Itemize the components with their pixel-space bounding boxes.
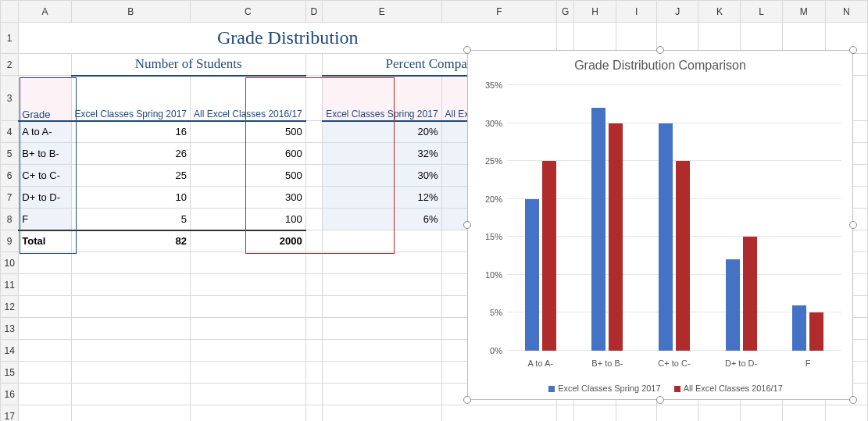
cell-grade[interactable]: F xyxy=(19,209,71,230)
col-header[interactable]: B xyxy=(71,1,190,23)
chart-legend: Excel Classes Spring 2017 All Excel Clas… xyxy=(468,384,852,393)
chart-x-labels: A to A-B+ to B-C+ to C-D+ to D-F xyxy=(507,359,841,368)
col-header[interactable]: N xyxy=(825,1,867,23)
col-header[interactable]: G xyxy=(557,1,574,23)
cell-total-spring[interactable]: 82 xyxy=(71,230,190,252)
chart-x-tick: F xyxy=(774,359,841,368)
row-header[interactable]: 12 xyxy=(1,296,19,318)
header-grade[interactable]: Grade xyxy=(19,76,71,121)
chart-y-tick: 0% xyxy=(490,346,507,355)
legend-label: All Excel Classes 2016/17 xyxy=(684,384,783,393)
chart-resize-handle[interactable] xyxy=(463,396,471,404)
chart-bar xyxy=(659,123,673,351)
row-header[interactable]: 4 xyxy=(1,121,19,143)
chart-bar xyxy=(609,123,623,351)
cell-count-all[interactable]: 300 xyxy=(191,187,306,209)
row-header[interactable]: 15 xyxy=(1,362,19,384)
cell-count-spring[interactable]: 5 xyxy=(71,209,190,230)
title-cell[interactable]: Grade Distribution xyxy=(19,23,557,54)
chart-resize-handle[interactable] xyxy=(849,46,857,54)
legend-label: Excel Classes Spring 2017 xyxy=(558,384,660,393)
cell-count-spring[interactable]: 26 xyxy=(71,143,190,165)
cell-pct-spring[interactable]: 30% xyxy=(323,165,441,187)
cell-grade[interactable]: C+ to C- xyxy=(19,165,71,187)
cell-count-all[interactable]: 100 xyxy=(191,209,306,230)
row-header[interactable]: 8 xyxy=(1,209,19,230)
cell-total-all[interactable]: 2000 xyxy=(191,230,306,252)
chart-bar xyxy=(525,199,539,351)
cell-count-spring[interactable]: 16 xyxy=(71,121,190,143)
col-header[interactable]: J xyxy=(657,1,698,23)
legend-swatch-icon xyxy=(674,386,680,392)
cell-grade[interactable]: D+ to D- xyxy=(19,187,71,209)
chart-resize-handle[interactable] xyxy=(656,396,664,404)
cell-count-spring[interactable]: 25 xyxy=(71,165,190,187)
cell-grade[interactable]: B+ to B- xyxy=(19,143,71,165)
embedded-chart[interactable]: Grade Distribution Comparison 0%5%10%15%… xyxy=(467,50,853,400)
chart-bar xyxy=(743,237,757,351)
chart-title: Grade Distribution Comparison xyxy=(468,51,852,77)
chart-resize-handle[interactable] xyxy=(849,396,857,404)
cell-pct-spring[interactable]: 20% xyxy=(323,121,441,143)
row-header[interactable]: 9 xyxy=(1,230,19,252)
row-header[interactable]: 7 xyxy=(1,187,19,209)
select-all-corner[interactable] xyxy=(1,1,19,23)
cell-pct-spring[interactable]: 12% xyxy=(323,187,441,209)
row-header[interactable]: 16 xyxy=(1,384,19,405)
chart-resize-handle[interactable] xyxy=(656,46,664,54)
col-header[interactable]: H xyxy=(573,1,616,23)
chart-y-tick: 35% xyxy=(485,80,507,90)
section-header-students[interactable]: Number of Students xyxy=(71,54,305,76)
chart-plot-area: 0%5%10%15%20%25%30%35% xyxy=(507,85,841,351)
cell-count-all[interactable]: 500 xyxy=(191,121,306,143)
chart-x-tick: B+ to B- xyxy=(574,359,641,368)
cell-count-spring[interactable]: 10 xyxy=(71,187,190,209)
row-header[interactable]: 5 xyxy=(1,143,19,165)
chart-bar xyxy=(726,259,740,351)
chart-y-tick: 20% xyxy=(485,194,507,204)
col-header[interactable]: C xyxy=(191,1,306,23)
cell-grade[interactable]: A to A- xyxy=(19,121,71,143)
col-header[interactable]: L xyxy=(741,1,782,23)
row-header[interactable]: 2 xyxy=(1,54,19,76)
chart-bar xyxy=(591,108,605,351)
row-header[interactable]: 3 xyxy=(1,76,19,121)
chart-bar xyxy=(542,161,556,351)
row-header[interactable]: 11 xyxy=(1,274,19,296)
header-spring-count[interactable]: Excel Classes Spring 2017 xyxy=(71,76,190,121)
chart-y-tick: 10% xyxy=(485,270,507,280)
legend-swatch-icon xyxy=(548,386,555,392)
row-header[interactable]: 1 xyxy=(1,23,19,54)
cell-pct-spring[interactable]: 32% xyxy=(323,143,441,165)
row-header[interactable]: 10 xyxy=(1,252,19,274)
col-header[interactable]: A xyxy=(19,1,71,23)
col-header[interactable]: I xyxy=(616,1,657,23)
col-header[interactable]: E xyxy=(323,1,441,23)
col-header[interactable]: M xyxy=(782,1,825,23)
chart-y-tick: 25% xyxy=(485,156,507,166)
header-spring-pct[interactable]: Excel Classes Spring 2017 xyxy=(323,76,441,121)
chart-resize-handle[interactable] xyxy=(849,221,857,229)
chart-x-tick: C+ to C- xyxy=(641,359,708,368)
cell-total-label[interactable]: Total xyxy=(19,230,71,252)
chart-x-tick: D+ to D- xyxy=(708,359,775,368)
row-header[interactable]: 17 xyxy=(1,405,19,422)
chart-y-tick: 30% xyxy=(485,119,507,128)
col-header[interactable]: F xyxy=(441,1,557,23)
chart-y-tick: 5% xyxy=(490,308,507,317)
header-all-count[interactable]: All Excel Classes 2016/17 xyxy=(191,76,306,121)
cell-pct-spring[interactable]: 6% xyxy=(323,209,441,230)
row-header[interactable]: 13 xyxy=(1,318,19,340)
chart-bar xyxy=(676,161,690,351)
chart-bar xyxy=(792,305,806,351)
cell-count-all[interactable]: 500 xyxy=(191,165,306,187)
row-header[interactable]: 14 xyxy=(1,340,19,362)
cell-count-all[interactable]: 600 xyxy=(191,143,306,165)
col-header[interactable]: D xyxy=(305,1,322,23)
col-header[interactable]: K xyxy=(698,1,741,23)
chart-resize-handle[interactable] xyxy=(463,46,471,54)
chart-x-tick: A to A- xyxy=(507,359,574,368)
row-header[interactable]: 6 xyxy=(1,165,19,187)
chart-resize-handle[interactable] xyxy=(463,221,471,229)
chart-bar xyxy=(809,312,823,351)
